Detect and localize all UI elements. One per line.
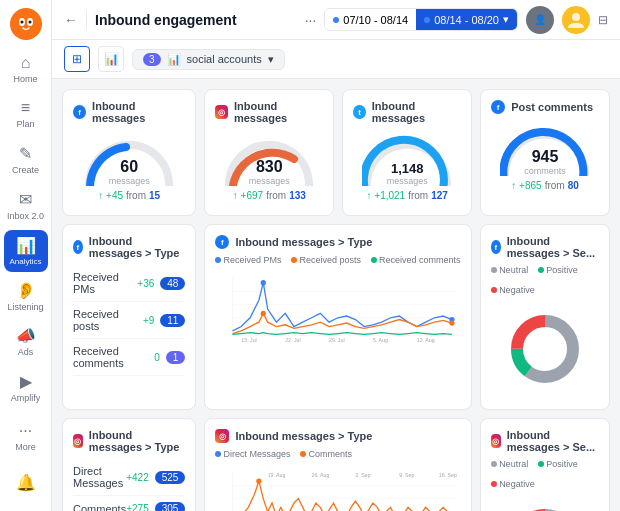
sidebar-bell[interactable]: 🔔 [4,462,48,504]
ig-line-chart: 15. Jul 22. Jul 29. Jul 5. Aug 12. Aug 1… [215,463,461,511]
stat-badge: 525 [155,471,186,484]
twitter-icon: t [353,105,366,119]
svg-point-16 [261,280,266,285]
card-title: Inbound messages [92,100,185,124]
metric-unit: messages [249,176,290,186]
gauge: 830 messages ↑ +697 from 133 [215,130,323,205]
metric-value: 1,148 [387,161,428,176]
social-accounts-label: social accounts [187,53,262,65]
sidebar-item-inbox[interactable]: ✉ Inbox 2.0 [4,185,48,227]
stat-values: 0 1 [154,351,185,364]
social-dropdown-icon: ▾ [268,53,274,66]
instagram-icon: ◎ [215,429,229,443]
legend-pms: Received PMs [215,255,281,265]
chart-legend: Neutral Positive Negative [491,265,599,295]
sidebar-item-create[interactable]: ✎ Create [4,139,48,181]
svg-point-18 [261,311,266,316]
svg-point-23 [525,329,565,369]
metric-value: 945 [524,148,566,166]
legend-neutral: Neutral [491,265,528,275]
chart-view-button[interactable]: 📊 [98,46,124,72]
sidebar-item-plan[interactable]: ≡ Plan [4,94,48,136]
stat-values: +275 305 [126,502,185,511]
svg-point-4 [28,21,31,24]
legend-positive: Positive [538,459,578,469]
sidebar-item-amplify[interactable]: ▶ Amplify [4,367,48,409]
date-range-selector[interactable]: 07/10 - 08/14 08/14 - 08/20 ▾ [324,8,518,31]
donut-chart-ig [491,493,599,511]
filter-icon[interactable]: ⊟ [598,13,608,27]
card-header: f Inbound messages > Type [73,235,185,259]
stat-row-comments-ig: Comments +275 305 [73,496,185,511]
sidebar-item-ads[interactable]: 📣 Ads [4,321,48,363]
more-icon: ··· [19,422,32,440]
card-header: t Inbound messages [353,100,461,124]
dropdown-icon: ▾ [503,13,509,26]
sidebar-item-more[interactable]: ··· More [4,416,48,458]
facebook-icon: f [491,240,501,254]
legend-comments: Received comments [371,255,461,265]
metric-unit: comments [524,166,566,176]
card-title: Inbound messages > Type [89,429,186,453]
social-accounts-filter[interactable]: 3 📊 social accounts ▾ [132,49,285,70]
stat-label: Received PMs [73,271,137,295]
metric-change: ↑ +865 from 80 [511,180,578,191]
sidebar-item-analytics[interactable]: 📊 Analytics [4,230,48,272]
donut-chart [491,299,599,399]
metric-card-fb-comments: f Post comments 945 comments ↑ +865 f [480,89,610,216]
stat-label: Received comments [73,345,154,369]
date-range-current[interactable]: 08/14 - 08/20 ▾ [416,9,517,30]
stat-badge: 1 [166,351,186,364]
metric-value: 60 [109,158,150,176]
card-title: Inbound messages > Se... [507,429,599,453]
legend-neutral: Neutral [491,459,528,469]
ig-sentiment-card: ◎ Inbound messages > Se... Neutral Posit… [480,418,610,511]
card-title: Inbound messages [372,100,461,124]
fb-sentiment-card: f Inbound messages > Se... Neutral Posit… [480,224,610,410]
legend-negative: Negative [491,479,535,489]
topbar: ← Inbound engagement ··· 07/10 - 08/14 0… [52,0,620,40]
bell-icon: 🔔 [16,473,36,492]
home-icon: ⌂ [21,54,31,72]
sidebar-item-listening[interactable]: 👂 Listening [4,276,48,318]
chart-legend: Received PMs Received posts Received com… [215,255,461,265]
stat-badge: 11 [160,314,185,327]
metric-card-tw-inbound: t Inbound messages 1,148 messages ↑ +1,0… [342,89,472,216]
card-title: Inbound messages > Type [89,235,186,259]
svg-point-0 [10,8,42,40]
stat-badge: 305 [155,502,186,511]
card-title: Inbound messages > Type [235,430,372,442]
more-button[interactable]: ··· [305,12,317,28]
card-title: Post comments [511,101,593,113]
stat-row-posts: Received posts +9 11 [73,302,185,339]
metric-change: ↑ +45 from 15 [98,190,160,201]
user-profile[interactable] [562,6,590,34]
stat-change: +275 [126,503,149,511]
stat-label: Comments [73,503,126,512]
facebook-icon: f [491,100,505,114]
user-avatar[interactable]: 👤 [526,6,554,34]
sidebar-item-home[interactable]: ⌂ Home [4,48,48,90]
stat-row-dm: Direct Messages +422 525 [73,459,185,496]
ig-type-chart-card: ◎ Inbound messages > Type Direct Message… [204,418,472,511]
stat-values: +422 525 [126,471,185,484]
date-range-prev[interactable]: 07/10 - 08/14 [325,10,416,30]
card-header: f Inbound messages > Se... [491,235,599,259]
svg-text:2. Sep: 2. Sep [356,472,371,478]
legend-positive: Positive [538,265,578,275]
listening-icon: 👂 [16,281,36,300]
back-button[interactable]: ← [64,12,78,28]
grid-view-button[interactable]: ⊞ [64,46,90,72]
svg-text:9. Sep: 9. Sep [400,472,415,478]
page-title: Inbound engagement [95,12,297,28]
sidebar: ⌂ Home ≡ Plan ✎ Create ✉ Inbox 2.0 📊 Ana… [0,0,52,511]
svg-text:22. Jul: 22. Jul [286,337,301,343]
card-header: f Inbound messages > Type [215,235,461,249]
date-range-prev-label: 07/10 - 08/14 [343,14,408,26]
card-title: Inbound messages > Se... [507,235,599,259]
card-header: ◎ Inbound messages [215,100,323,124]
line-chart: 15. Jul 22. Jul 29. Jul 5. Aug 12. Aug [215,269,461,349]
card-title: Inbound messages > Type [235,236,372,248]
stat-change: +36 [137,278,154,289]
instagram-icon: ◎ [73,434,83,448]
